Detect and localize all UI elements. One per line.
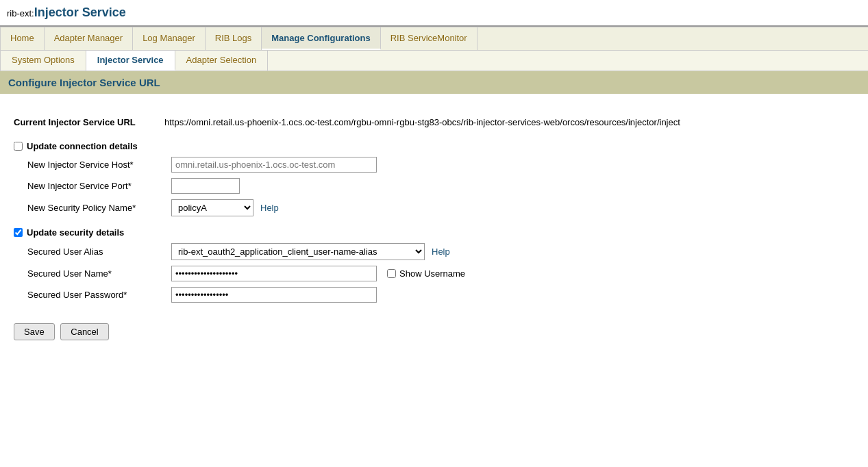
alias-select[interactable]: rib-ext_oauth2_application_client_user-n… bbox=[171, 243, 425, 260]
host-input[interactable] bbox=[171, 157, 377, 173]
alias-row: Secured User Alias rib-ext_oauth2_applic… bbox=[27, 243, 854, 260]
page-title: rib-ext:Injector Service bbox=[7, 8, 126, 18]
section-header: Configure Injector Service URL bbox=[0, 71, 868, 94]
current-url-value: https://omni.retail.us-phoenix-1.ocs.oc-… bbox=[164, 117, 680, 127]
update-security-checkbox[interactable] bbox=[14, 228, 23, 237]
nav-home[interactable]: Home bbox=[0, 27, 45, 50]
policy-label: New Security Policy Name* bbox=[27, 203, 171, 213]
show-username-row: Show Username bbox=[387, 268, 465, 279]
host-label: New Injector Service Host* bbox=[27, 160, 171, 170]
security-fields: Secured User Alias rib-ext_oauth2_applic… bbox=[27, 243, 854, 303]
save-button[interactable]: Save bbox=[14, 323, 55, 340]
username-input-wrapper bbox=[171, 266, 377, 281]
page-title-bar: rib-ext:Injector Service bbox=[0, 0, 868, 27]
show-username-label: Show Username bbox=[399, 268, 465, 279]
title-link[interactable]: Injector Service bbox=[34, 5, 126, 19]
subnav-system-options[interactable]: System Options bbox=[0, 51, 86, 71]
update-security-row: Update security details bbox=[14, 227, 854, 238]
password-input-wrapper bbox=[171, 287, 377, 303]
alias-label: Secured User Alias bbox=[27, 247, 171, 257]
port-input-wrapper bbox=[171, 178, 240, 194]
nav-manage-configurations[interactable]: Manage Configurations bbox=[262, 27, 380, 50]
sub-nav: System Options Injector Service Adapter … bbox=[0, 51, 868, 71]
port-row: New Injector Service Port* bbox=[27, 178, 854, 194]
main-content: Current Injector Service URL https://omn… bbox=[0, 101, 868, 347]
host-row: New Injector Service Host* bbox=[27, 157, 854, 173]
password-input[interactable] bbox=[171, 287, 377, 303]
button-row: Save Cancel bbox=[14, 323, 854, 340]
nav-adapter-manager[interactable]: Adapter Manager bbox=[45, 27, 133, 50]
password-label: Secured User Password* bbox=[27, 290, 171, 300]
show-username-checkbox[interactable] bbox=[387, 269, 396, 278]
subnav-adapter-selection[interactable]: Adapter Selection bbox=[175, 51, 269, 71]
nav-rib-logs[interactable]: RIB Logs bbox=[206, 27, 262, 50]
password-row: Secured User Password* bbox=[27, 287, 854, 303]
top-nav: Home Adapter Manager Log Manager RIB Log… bbox=[0, 27, 868, 51]
update-security-label: Update security details bbox=[27, 227, 124, 238]
username-row: Secured User Name* Show Username bbox=[27, 266, 854, 281]
connection-fields: New Injector Service Host* New Injector … bbox=[27, 157, 854, 216]
policy-select-wrapper: policyA policyB policyC bbox=[171, 199, 253, 216]
policy-select[interactable]: policyA policyB policyC bbox=[171, 199, 253, 216]
current-url-row: Current Injector Service URL https://omn… bbox=[14, 117, 854, 127]
update-connection-label: Update connection details bbox=[27, 141, 138, 151]
port-input[interactable] bbox=[171, 178, 240, 194]
username-label: Secured User Name* bbox=[27, 268, 171, 279]
policy-row: New Security Policy Name* policyA policy… bbox=[27, 199, 854, 216]
update-connection-checkbox[interactable] bbox=[14, 142, 23, 151]
cancel-button[interactable]: Cancel bbox=[60, 323, 108, 340]
current-url-label: Current Injector Service URL bbox=[14, 117, 158, 127]
username-input[interactable] bbox=[171, 266, 377, 281]
alias-select-wrapper: rib-ext_oauth2_application_client_user-n… bbox=[171, 243, 425, 260]
connection-help-link[interactable]: Help bbox=[260, 203, 279, 213]
update-connection-row: Update connection details bbox=[14, 141, 854, 151]
nav-log-manager[interactable]: Log Manager bbox=[133, 27, 206, 50]
port-label: New Injector Service Port* bbox=[27, 181, 171, 191]
host-input-wrapper bbox=[171, 157, 377, 173]
subnav-injector-service[interactable]: Injector Service bbox=[86, 51, 175, 71]
security-help-link[interactable]: Help bbox=[432, 247, 450, 257]
nav-rib-servicemonitor[interactable]: RIB ServiceMonitor bbox=[381, 27, 478, 50]
